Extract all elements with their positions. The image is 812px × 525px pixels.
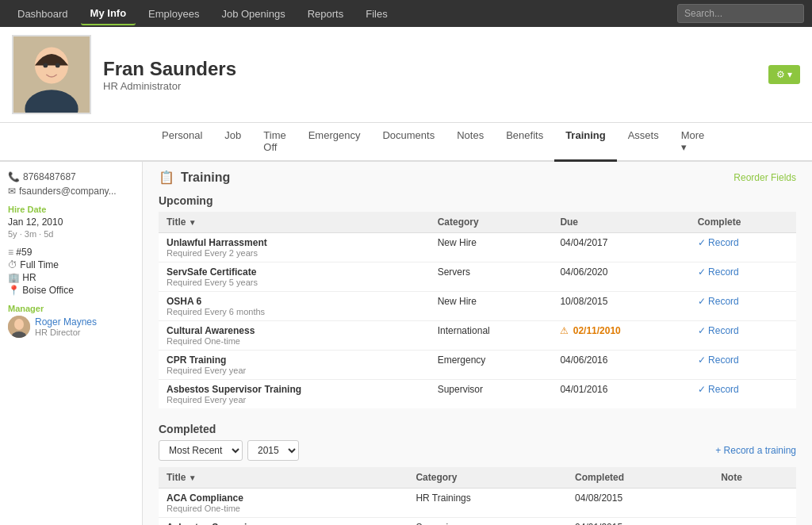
training-title-cell: OSHA 6 Required Every 6 months: [159, 292, 430, 321]
year-filter[interactable]: 201520142013: [247, 440, 299, 461]
nav-item-myinfo[interactable]: My Info: [81, 2, 136, 25]
record-link[interactable]: ✓ Record: [698, 296, 739, 307]
profile-header: Fran Saunders HR Administrator ⚙ ▾: [0, 27, 812, 123]
training-title-cell: Cultural Awareness Required One-time: [159, 321, 430, 351]
col-category: Category: [430, 212, 553, 233]
record-link[interactable]: ✓ Record: [698, 354, 739, 366]
complete-cell: ✓ Record: [690, 233, 796, 262]
sub-nav: Personal Job Time Off Emergency Document…: [0, 123, 812, 162]
col-due: Due: [552, 212, 689, 233]
top-nav: Dashboard My Info Employees Job Openings…: [0, 0, 812, 27]
tab-benefits[interactable]: Benefits: [495, 123, 554, 162]
upcoming-table-header: Title ▼ Category Due Complete: [159, 212, 796, 233]
complete-cell: ✓ Record: [690, 262, 796, 292]
record-training-link[interactable]: + Record a training: [715, 445, 796, 456]
employee-number-icon: ≡: [8, 247, 13, 258]
gear-button[interactable]: ⚙ ▾: [768, 65, 800, 84]
category-cell: Emergency: [430, 351, 553, 380]
sidebar-phone: 📞 8768487687: [8, 171, 134, 182]
due-cell-overdue: ⚠ 02/11/2010: [552, 321, 689, 351]
due-cell: 04/04/2017: [552, 233, 689, 262]
record-link[interactable]: ✓ Record: [698, 384, 739, 395]
tab-emergency[interactable]: Emergency: [297, 123, 372, 162]
nav-item-employees[interactable]: Employees: [139, 3, 209, 25]
sidebar-manager-section: Manager Roger Maynes HR Director: [8, 304, 134, 338]
hire-date-label: Hire Date: [8, 205, 134, 214]
completed-table-header: Title ▼ Category Completed Note: [159, 467, 796, 489]
phone-icon: 📞: [8, 171, 20, 182]
category-cell: New Hire: [430, 233, 553, 262]
section-title: 📋 Training: [159, 170, 230, 185]
title-sort-icon: ▼: [189, 473, 197, 482]
completed-date-cell: 04/08/2015: [567, 489, 713, 518]
hire-date-value: Jan 12, 2010: [8, 217, 134, 228]
profile-name: Fran Saunders: [103, 58, 768, 80]
table-row: ServSafe Certificate Required Every 5 ye…: [159, 262, 796, 292]
completed-col-category: Category: [408, 467, 567, 489]
table-row: Unlawful Harrassment Required Every 2 ye…: [159, 233, 796, 262]
tab-personal[interactable]: Personal: [151, 123, 213, 162]
training-title-cell: Unlawful Harrassment Required Every 2 ye…: [159, 233, 430, 262]
tab-training[interactable]: Training: [554, 123, 617, 162]
tab-timeoff[interactable]: Time Off: [252, 123, 297, 162]
table-row: OSHA 6 Required Every 6 months New Hire …: [159, 292, 796, 321]
svg-point-6: [14, 319, 24, 330]
location-icon: 📍: [8, 285, 20, 296]
search-input[interactable]: [677, 4, 804, 23]
training-title-cell: ServSafe Certificate Required Every 5 ye…: [159, 262, 430, 292]
completed-title-cell: Asbestos Supervisor Training: [159, 518, 408, 526]
due-cell: 10/08/2015: [552, 292, 689, 321]
completed-title-cell: ACA Compliance Required One-time: [159, 489, 408, 518]
completed-col-note: Note: [713, 467, 796, 489]
table-row: Asbestos Supervisor Training Required Ev…: [159, 380, 796, 409]
completed-controls: Most RecentAll 201520142013 + Record a t…: [159, 440, 796, 461]
manager-avatar: [8, 316, 30, 338]
completed-date-cell: 04/01/2015: [567, 518, 713, 526]
profile-job-title: HR Administrator: [103, 80, 768, 92]
tab-documents[interactable]: Documents: [371, 123, 446, 162]
overdue-warning-icon: ⚠: [560, 325, 569, 336]
table-row: Cultural Awareness Required One-time Int…: [159, 321, 796, 351]
training-title-cell: Asbestos Supervisor Training Required Ev…: [159, 380, 430, 409]
sidebar-employee-section: ≡ #59 ⏱ Full Time 🏢 HR 📍 Boise Office: [8, 247, 134, 296]
location: 📍 Boise Office: [8, 285, 134, 296]
record-link[interactable]: ✓ Record: [698, 237, 739, 248]
most-recent-filter[interactable]: Most RecentAll: [159, 440, 243, 461]
tab-job[interactable]: Job: [213, 123, 252, 162]
manager-name[interactable]: Roger Maynes: [35, 316, 97, 328]
completed-training-table: Title ▼ Category Completed Note ACA Comp…: [159, 467, 796, 525]
completed-note-cell: [713, 518, 796, 526]
manager-info: Roger Maynes HR Director: [35, 316, 97, 337]
col-title[interactable]: Title ▼: [159, 212, 430, 233]
department: 🏢 HR: [8, 272, 134, 283]
complete-cell: ✓ Record: [690, 380, 796, 409]
table-row: CPR Training Required Every year Emergen…: [159, 351, 796, 380]
tab-more[interactable]: More ▾: [670, 123, 716, 162]
training-title-cell: CPR Training Required Every year: [159, 351, 430, 380]
nav-item-reports[interactable]: Reports: [298, 3, 354, 25]
employment-type: ⏱ Full Time: [8, 259, 134, 270]
email-icon: ✉: [8, 186, 16, 197]
manager-title: HR Director: [35, 328, 97, 337]
due-cell: 04/01/2016: [552, 380, 689, 409]
tab-notes[interactable]: Notes: [446, 123, 495, 162]
reorder-fields-link[interactable]: Reorder Fields: [733, 172, 796, 183]
record-link[interactable]: ✓ Record: [698, 325, 739, 336]
complete-cell: ✓ Record: [690, 292, 796, 321]
title-sort-icon: ▼: [189, 218, 197, 227]
employee-number: ≡ #59: [8, 247, 134, 258]
table-row: Asbestos Supervisor Training Supervisor …: [159, 518, 796, 526]
nav-item-jobopenings[interactable]: Job Openings: [212, 3, 294, 25]
svg-point-1: [35, 47, 68, 83]
nav-item-files[interactable]: Files: [356, 3, 396, 25]
col-complete: Complete: [690, 212, 796, 233]
record-link[interactable]: ✓ Record: [698, 266, 739, 278]
category-cell: International: [430, 321, 553, 351]
tab-assets[interactable]: Assets: [617, 123, 670, 162]
nav-item-dashboard[interactable]: Dashboard: [8, 3, 78, 25]
sidebar: 📞 8768487687 ✉ fsaunders@company... Hire…: [0, 162, 143, 525]
manager-row: Roger Maynes HR Director: [8, 316, 134, 338]
completed-filters: Most RecentAll 201520142013: [159, 440, 299, 461]
category-cell: Servers: [430, 262, 553, 292]
completed-col-title[interactable]: Title ▼: [159, 467, 408, 489]
